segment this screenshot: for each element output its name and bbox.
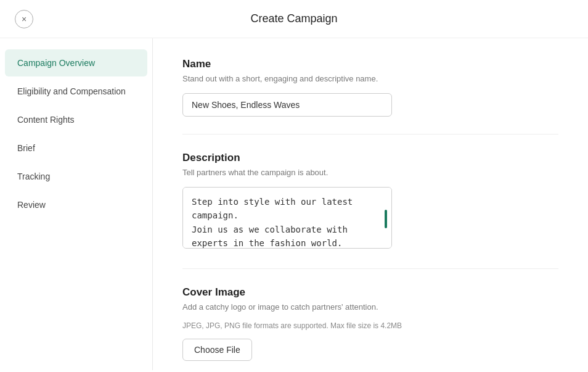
sidebar-item-campaign-overview[interactable]: Campaign Overview	[5, 49, 147, 76]
name-section: Name Stand out with a short, engaging an…	[182, 58, 558, 117]
page-header: × Create Campaign	[0, 0, 588, 38]
content-area: Name Stand out with a short, engaging an…	[153, 38, 588, 370]
sidebar-item-eligibility-compensation[interactable]: Eligibility and Compensation	[5, 78, 147, 105]
choose-file-button[interactable]: Choose File	[182, 339, 252, 361]
description-section-subtitle: Tell partners what the campaign is about…	[182, 168, 558, 177]
description-section-title: Description	[182, 152, 558, 164]
page-title: Create Campaign	[250, 12, 337, 25]
sidebar-item-content-rights[interactable]: Content Rights	[5, 106, 147, 133]
file-formats-text: JPEG, JPG, PNG file formats are supporte…	[182, 321, 558, 330]
name-section-title: Name	[182, 58, 558, 70]
sidebar: Campaign Overview Eligibility and Compen…	[0, 38, 153, 370]
description-textarea[interactable]: Step into style with our latest campaign…	[182, 187, 392, 249]
cover-image-title: Cover Image	[182, 286, 558, 299]
cover-image-subtitle: Add a catchy logo or image to catch part…	[182, 302, 558, 312]
main-layout: Campaign Overview Eligibility and Compen…	[0, 38, 588, 370]
name-input[interactable]	[182, 93, 392, 117]
sidebar-item-brief[interactable]: Brief	[5, 134, 147, 162]
name-section-subtitle: Stand out with a short, engaging and des…	[182, 74, 558, 83]
textarea-wrapper: Step into style with our latest campaign…	[182, 187, 392, 251]
close-button[interactable]: ×	[15, 10, 33, 28]
cover-image-section: Cover Image Add a catchy logo or image t…	[182, 268, 558, 361]
sidebar-item-review[interactable]: Review	[5, 191, 147, 218]
description-section: Description Tell partners what the campa…	[182, 134, 558, 251]
sidebar-item-tracking[interactable]: Tracking	[5, 163, 147, 190]
